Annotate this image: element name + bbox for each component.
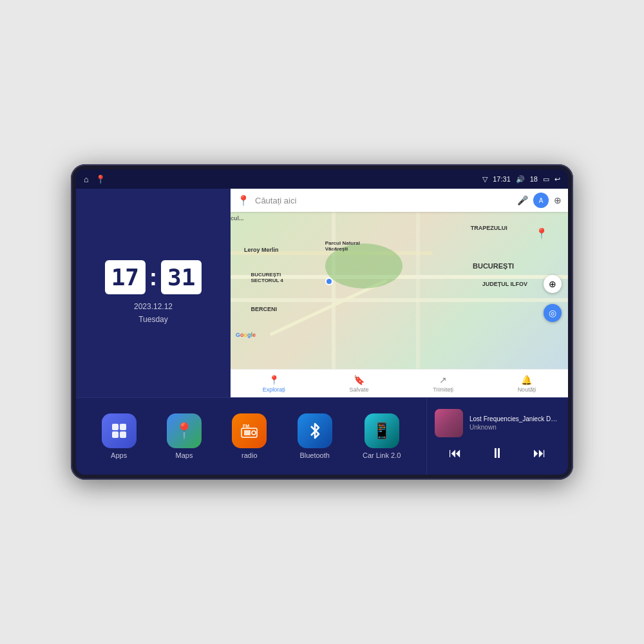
map-label-ilfov: JUDEȚUL ILFOV	[482, 281, 527, 287]
map-panel[interactable]: 📍 Căutați aici 🎤 A ⊕	[231, 189, 568, 397]
map-footer-news[interactable]: 🔔 Noutăți	[518, 375, 536, 393]
music-artist: Unknown	[469, 424, 560, 431]
music-section: Lost Frequencies_Janieck Devy-... Unknow…	[426, 398, 568, 475]
map-footer-send[interactable]: ↗ Trimiteți	[433, 375, 453, 393]
map-road-h2	[231, 298, 568, 302]
svg-rect-5	[244, 430, 251, 435]
apps-icon	[102, 413, 137, 448]
app-item-radio[interactable]: FM radio	[232, 413, 267, 459]
google-logo: Google	[236, 332, 256, 338]
svg-rect-0	[112, 424, 118, 430]
bluetooth-icon	[298, 413, 332, 448]
app-item-carlink[interactable]: 📱 Car Link 2.0	[363, 413, 401, 459]
map-red-pin: 📍	[535, 227, 548, 240]
music-info: Lost Frequencies_Janieck Devy-... Unknow…	[435, 409, 560, 437]
clock-date: 2023.12.12 Tuesday	[134, 301, 173, 325]
status-left: ⌂ 📍	[84, 175, 106, 184]
map-visual: TRAPEZULUI BUCUREȘTI JUDEȚUL ILFOV BERCE…	[231, 212, 568, 369]
clock-panel: 17 : 31 2023.12.12 Tuesday	[76, 189, 231, 397]
app-item-bluetooth[interactable]: Bluetooth	[298, 413, 332, 459]
map-label-parc: Parcul NaturalVăcărești	[325, 240, 360, 252]
radio-label: radio	[242, 451, 257, 459]
map-send-label: Trimiteți	[433, 386, 453, 393]
svg-rect-1	[120, 424, 126, 430]
map-label-berceni: BERCENI	[251, 306, 277, 312]
map-road-v1	[332, 212, 336, 369]
map-header-icons: 🎤 A ⊕	[517, 193, 562, 208]
bottom-row: Apps 📍 Maps FM	[76, 397, 568, 475]
volume-icon: 🔊	[516, 175, 525, 184]
battery-level: 18	[530, 175, 538, 183]
map-send-icon: ↗	[439, 375, 447, 385]
maps-label: Maps	[176, 451, 193, 459]
svg-point-6	[252, 431, 256, 435]
map-news-label: Noutăți	[518, 386, 536, 393]
svg-rect-3	[120, 431, 126, 438]
map-label-cui: cul...	[231, 215, 244, 222]
map-news-icon: 🔔	[521, 375, 532, 385]
map-explore-label: Explorați	[263, 386, 285, 393]
app-item-apps[interactable]: Apps	[102, 413, 137, 459]
map-label-trapezului: TRAPEZULUI	[471, 225, 507, 231]
radio-icon: FM	[232, 413, 267, 448]
map-search-bar[interactable]: 📍 Căutați aici 🎤 A ⊕	[231, 189, 568, 212]
app-item-maps[interactable]: 📍 Maps	[167, 413, 202, 459]
carlink-icon: 📱	[365, 413, 399, 448]
map-explore-icon: 📍	[269, 375, 279, 385]
map-label-sector4: BUCUREȘTISECTORUL 4	[251, 272, 283, 283]
carlink-label: Car Link 2.0	[363, 451, 401, 459]
map-label-bucuresti: BUCUREȘTI	[473, 262, 514, 270]
back-icon[interactable]: ↩	[554, 175, 560, 184]
map-search-pin-icon: 📍	[237, 194, 250, 207]
music-thumbnail	[435, 409, 463, 437]
map-compass-btn[interactable]: ⊕	[544, 275, 562, 293]
battery-icon: ▭	[543, 175, 549, 184]
bluetooth-label: Bluetooth	[299, 451, 329, 459]
music-prev-button[interactable]: ⏮	[446, 443, 464, 463]
map-footer-saved[interactable]: 🔖 Salvate	[350, 375, 369, 393]
status-time: 17:31	[493, 175, 511, 183]
music-controls: ⏮ ⏸ ⏭	[435, 442, 560, 464]
car-head-unit: ⌂ 📍 ▽ 17:31 🔊 18 ▭ ↩ 17 : 31	[71, 164, 573, 480]
svg-rect-2	[112, 431, 118, 438]
map-mic-icon[interactable]: 🎤	[517, 195, 528, 205]
map-location-btn[interactable]: ◎	[544, 304, 562, 322]
clock-minute: 31	[161, 260, 202, 294]
map-layers-icon[interactable]: ⊕	[554, 195, 562, 205]
status-right: ▽ 17:31 🔊 18 ▭ ↩	[482, 175, 560, 184]
top-row: 17 : 31 2023.12.12 Tuesday 📍 Căutați aic…	[76, 189, 568, 397]
apps-label: Apps	[111, 451, 127, 459]
home-icon[interactable]: ⌂	[84, 175, 89, 184]
clock-display: 17 : 31	[105, 260, 202, 294]
apps-section: Apps 📍 Maps FM	[76, 398, 426, 475]
maps-shortcut-icon[interactable]: 📍	[95, 175, 106, 184]
music-next-button[interactable]: ⏭	[531, 443, 549, 463]
map-road-v2	[416, 212, 420, 369]
map-search-input[interactable]: Căutați aici	[255, 196, 512, 205]
clock-colon: :	[149, 264, 157, 291]
music-title: Lost Frequencies_Janieck Devy-...	[469, 415, 560, 422]
maps-icon: 📍	[167, 413, 202, 448]
svg-text:FM: FM	[243, 424, 249, 428]
music-play-button[interactable]: ⏸	[488, 442, 507, 464]
main-area: 17 : 31 2023.12.12 Tuesday 📍 Căutați aic…	[76, 189, 568, 475]
clock-hour: 17	[105, 260, 146, 294]
map-user-avatar[interactable]: A	[533, 193, 549, 208]
map-label-leroy: Leroy Merlin	[244, 247, 279, 253]
music-text: Lost Frequencies_Janieck Devy-... Unknow…	[469, 415, 560, 431]
status-bar: ⌂ 📍 ▽ 17:31 🔊 18 ▭ ↩	[76, 169, 568, 189]
signal-icon: ▽	[482, 175, 488, 184]
map-saved-label: Salvate	[350, 386, 369, 393]
map-footer-explore[interactable]: 📍 Explorați	[263, 375, 285, 393]
screen: ⌂ 📍 ▽ 17:31 🔊 18 ▭ ↩ 17 : 31	[76, 169, 568, 475]
map-footer-nav: 📍 Explorați 🔖 Salvate ↗ Trimiteți 🔔	[231, 369, 568, 397]
map-saved-icon: 🔖	[354, 375, 365, 385]
